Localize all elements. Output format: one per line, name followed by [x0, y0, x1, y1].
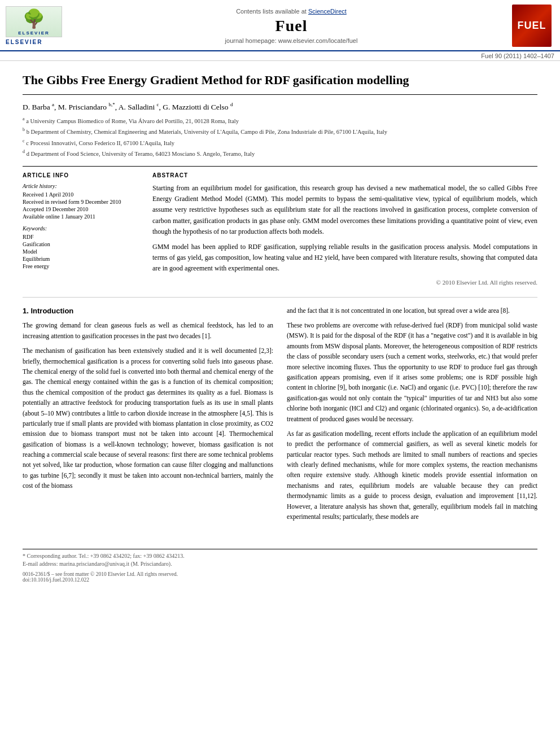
footer: * Corresponding author. Tel.: +39 0862 4…: [23, 549, 537, 583]
authors-line: D. Barba a, M. Prisciandaro b,*, A. Sall…: [23, 102, 537, 112]
elsevier-tree-image: 🌳 ELSEVIER: [6, 6, 62, 37]
accepted-date: Accepted 19 December 2010: [23, 206, 141, 212]
intro-p2: The mechanism of gasification has been e…: [23, 346, 273, 491]
abstract-p1: Starting from an equilibrium model for g…: [152, 183, 537, 237]
body-text-section: 1. Introduction The growing demand for c…: [23, 297, 537, 527]
affil-d: d d Department of Food Science, Universi…: [23, 148, 537, 158]
intro-p3: and the fact that it is not concentrated…: [287, 305, 537, 316]
footnote-email: E-mail address: marina.prisciandaro@univ…: [23, 561, 537, 567]
available-date: Available online 1 January 2011: [23, 213, 141, 220]
citation-text: Fuel 90 (2011) 1402–1407: [481, 53, 554, 59]
received-revised-date: Received in revised form 9 December 2010: [23, 199, 141, 205]
affil-b: b b Department of Chemistry, Chemical En…: [23, 126, 537, 136]
keywords-label: Keywords:: [23, 225, 141, 231]
abstract-heading: Abstract: [152, 172, 537, 178]
keyword-2: Gasification: [23, 241, 141, 247]
intro-heading: 1. Introduction: [23, 305, 273, 317]
journal-header: 🌳 ELSEVIER ELSEVIER Contents lists avail…: [0, 0, 560, 51]
journal-homepage: journal homepage: www.elsevier.com/locat…: [85, 37, 498, 44]
main-content: The Gibbs Free Energy Gradient Method fo…: [0, 61, 560, 538]
article-info-col: Article Info Article history: Received 1…: [23, 172, 141, 286]
affiliations: a a University Campus Biomedico of Rome,…: [23, 116, 537, 158]
keyword-3: Model: [23, 248, 141, 255]
fuel-badge-text: FUEL: [518, 20, 546, 32]
footer-issn: 0016-2361/$ – see front matter © 2010 El…: [23, 571, 537, 583]
abstract-text: Starting from an equilibrium model for g…: [152, 183, 537, 274]
intro-p4: These two problems are overcome with ref…: [287, 320, 537, 424]
sciencedirect-link[interactable]: ScienceDirect: [308, 8, 347, 15]
intro-p1: The growing demand for clean gaseous fue…: [23, 320, 273, 341]
affil-c-text: c Processi Innovativi, Corso Federico II…: [26, 139, 174, 146]
article-history: Article history: Received 1 April 2010 R…: [23, 183, 141, 220]
elsevier-logo: 🌳 ELSEVIER ELSEVIER: [6, 6, 73, 45]
elsevier-text: ELSEVIER: [6, 39, 42, 45]
body-two-col: 1. Introduction The growing demand for c…: [23, 305, 537, 527]
article-title: The Gibbs Free Energy Gradient Method fo…: [23, 72, 537, 95]
abstract-p2: GMM model has been applied to RDF gasifi…: [152, 242, 537, 274]
affil-a-text: a University Campus Biomedico of Rome, V…: [26, 118, 239, 124]
keyword-1: RDF: [23, 234, 141, 240]
keyword-4: Equilibrium: [23, 256, 141, 262]
body-col-right: and the fact that it is not concentrated…: [287, 305, 537, 527]
sciencedirect-line: Contents lists available at ScienceDirec…: [85, 8, 498, 15]
info-abstract-section: Article Info Article history: Received 1…: [23, 166, 537, 286]
received-date: Received 1 April 2010: [23, 191, 141, 198]
elsevier-wordmark: ELSEVIER: [18, 30, 50, 36]
fuel-badge-area: FUEL: [509, 5, 554, 47]
keyword-5: Free energy: [23, 263, 141, 269]
history-label: Article history:: [23, 183, 141, 189]
copyright-line: © 2010 Elsevier Ltd. All rights reserved…: [152, 279, 537, 286]
affil-d-text: d Department of Food Science, University…: [27, 150, 255, 156]
abstract-col: Abstract Starting from an equilibrium mo…: [152, 172, 537, 286]
issn-text: 0016-2361/$ – see front matter © 2010 El…: [23, 571, 178, 577]
affil-c: c c Processi Innovativi, Corso Federico …: [23, 138, 537, 147]
body-col-left: 1. Introduction The growing demand for c…: [23, 305, 273, 527]
doi-text: doi:10.1016/j.fuel.2010.12.022: [23, 577, 89, 583]
intro-p5: As far as gasification modelling, recent…: [287, 429, 537, 522]
journal-name: Fuel: [85, 17, 498, 35]
citation-bar: Fuel 90 (2011) 1402–1407: [0, 51, 560, 61]
article-info-heading: Article Info: [23, 172, 141, 178]
footnote-star: * Corresponding author. Tel.: +39 0862 4…: [23, 553, 537, 559]
fuel-badge: FUEL: [512, 5, 552, 47]
contents-label: Contents lists available at: [236, 8, 307, 15]
journal-title-area: Contents lists available at ScienceDirec…: [73, 8, 509, 44]
affil-b-text: b Department of Chemistry, Chemical Engi…: [27, 129, 387, 135]
publisher-logo-area: 🌳 ELSEVIER ELSEVIER: [6, 6, 73, 45]
keywords-section: Keywords: RDF Gasification Model Equilib…: [23, 225, 141, 269]
affil-a: a a University Campus Biomedico of Rome,…: [23, 116, 537, 125]
